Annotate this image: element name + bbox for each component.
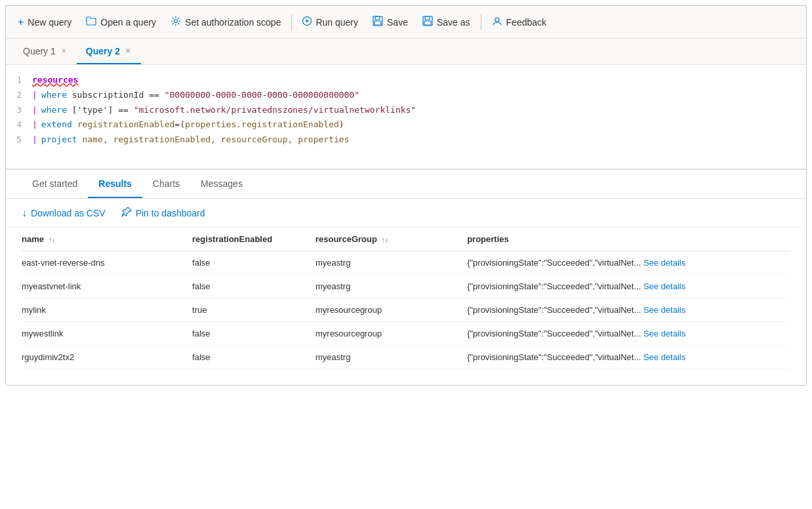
cell-name: rguydimiv2tx2 xyxy=(22,346,192,369)
feedback-button[interactable]: Feedback xyxy=(485,12,553,33)
table-row: east-vnet-reverse-dns false myeastrg {"p… xyxy=(22,251,790,275)
col-header-name[interactable]: name ↑↓ xyxy=(22,228,192,251)
svg-rect-8 xyxy=(424,21,431,25)
cell-properties: {"provisioningState":"Succeeded","virtua… xyxy=(467,346,790,369)
cell-name: east-vnet-reverse-dns xyxy=(22,251,192,275)
cell-registration-enabled: true xyxy=(192,298,315,322)
cell-resource-group: myeastrg xyxy=(315,275,467,298)
cell-resource-group: myeastrg xyxy=(315,346,467,369)
run-query-button[interactable]: Run query xyxy=(296,12,365,32)
toolbar-divider-1 xyxy=(291,14,292,30)
cell-resource-group: myresourcegroup xyxy=(315,322,467,346)
sort-rg-icon: ↑↓ xyxy=(382,235,389,243)
toolbar: + New query Open a query Set authorizati… xyxy=(6,6,806,39)
see-details-link[interactable]: See details xyxy=(643,281,685,291)
save-button[interactable]: Save xyxy=(366,12,415,33)
result-tab-get-started[interactable]: Get started xyxy=(22,170,88,198)
folder-icon xyxy=(86,16,96,28)
action-bar: ↓ Download as CSV Pin to dashboard xyxy=(6,199,806,228)
set-auth-scope-button[interactable]: Set authorization scope xyxy=(164,12,287,33)
close-query2-button[interactable]: ✕ xyxy=(124,47,132,55)
result-tab-messages[interactable]: Messages xyxy=(190,170,253,198)
results-panel: Get started Results Charts Messages ↓ Do… xyxy=(6,170,806,385)
cell-registration-enabled: false xyxy=(192,346,315,369)
table-row: myeastvnet-link false myeastrg {"provisi… xyxy=(22,275,790,298)
cell-registration-enabled: false xyxy=(192,251,315,275)
cell-name: myeastvnet-link xyxy=(22,275,192,298)
col-header-registration: registrationEnabled xyxy=(192,228,315,251)
editor-line-5: 5 |project name, registrationEnabled, re… xyxy=(6,132,806,148)
pin-dashboard-link[interactable]: Pin to dashboard xyxy=(121,207,205,219)
see-details-link[interactable]: See details xyxy=(643,352,685,362)
download-csv-link[interactable]: ↓ Download as CSV xyxy=(22,207,106,219)
svg-marker-2 xyxy=(306,19,310,22)
cell-properties: {"provisioningState":"Succeeded","virtua… xyxy=(467,275,790,298)
cell-resource-group: myeastrg xyxy=(315,251,467,275)
gear-icon xyxy=(171,16,181,29)
cell-properties: {"provisioningState":"Succeeded","virtua… xyxy=(467,251,790,275)
cell-properties: {"provisioningState":"Succeeded","virtua… xyxy=(467,322,790,346)
save-as-icon xyxy=(422,16,433,29)
col-header-properties: properties xyxy=(467,228,790,251)
query-tab-2[interactable]: Query 2 ✕ xyxy=(77,39,141,64)
table-row: rguydimiv2tx2 false myeastrg {"provision… xyxy=(22,346,790,369)
see-details-link[interactable]: See details xyxy=(643,329,685,338)
col-header-resource-group[interactable]: resourceGroup ↑↓ xyxy=(315,228,467,251)
editor-line-4: 4 |extend registrationEnabled=(propertie… xyxy=(6,117,806,132)
feedback-icon xyxy=(492,16,502,29)
cell-resource-group: myresourcegroup xyxy=(315,298,467,322)
pin-icon xyxy=(121,207,132,219)
result-tab-charts[interactable]: Charts xyxy=(142,170,190,198)
code-editor[interactable]: 1 resources 2 |where subscriptionId == "… xyxy=(6,65,806,170)
svg-point-0 xyxy=(174,19,178,22)
cell-name: mylink xyxy=(22,298,192,322)
plus-icon: + xyxy=(18,16,24,28)
download-icon: ↓ xyxy=(22,207,27,219)
table-row: mylink true myresourcegroup {"provisioni… xyxy=(22,298,790,322)
cell-registration-enabled: false xyxy=(192,275,315,298)
cell-properties: {"provisioningState":"Succeeded","virtua… xyxy=(467,298,790,322)
svg-rect-4 xyxy=(375,16,380,20)
table-header-row: name ↑↓ registrationEnabled resourceGrou… xyxy=(22,228,790,251)
table-row: mywestlink false myresourcegroup {"provi… xyxy=(22,322,790,346)
editor-line-1: 1 resources xyxy=(6,73,806,88)
result-tab-results[interactable]: Results xyxy=(88,170,142,198)
see-details-link[interactable]: See details xyxy=(643,258,685,268)
svg-rect-7 xyxy=(425,16,430,20)
cell-name: mywestlink xyxy=(22,322,192,346)
cell-registration-enabled: false xyxy=(192,322,315,346)
editor-line-3: 3 |where ['type'] == "microsoft.network/… xyxy=(6,103,806,118)
open-query-button[interactable]: Open a query xyxy=(79,12,163,32)
results-table: name ↑↓ registrationEnabled resourceGrou… xyxy=(22,228,790,369)
save-as-button[interactable]: Save as xyxy=(416,12,477,33)
new-query-button[interactable]: + New query xyxy=(11,12,78,32)
save-icon xyxy=(373,16,383,29)
close-query1-button[interactable]: ✕ xyxy=(60,47,68,55)
editor-line-2: 2 |where subscriptionId == "00000000-000… xyxy=(6,88,806,103)
see-details-link[interactable]: See details xyxy=(643,305,685,315)
svg-point-9 xyxy=(495,18,499,22)
play-icon xyxy=(302,16,312,28)
query-tabs: Query 1 ✕ Query 2 ✕ xyxy=(6,39,806,65)
sort-name-icon: ↑↓ xyxy=(49,235,56,243)
results-table-wrap: name ↑↓ registrationEnabled resourceGrou… xyxy=(6,228,806,385)
query-tab-1[interactable]: Query 1 ✕ xyxy=(14,39,77,64)
svg-rect-5 xyxy=(375,21,381,25)
toolbar-divider-2 xyxy=(481,14,481,30)
result-tabs: Get started Results Charts Messages xyxy=(6,170,806,199)
